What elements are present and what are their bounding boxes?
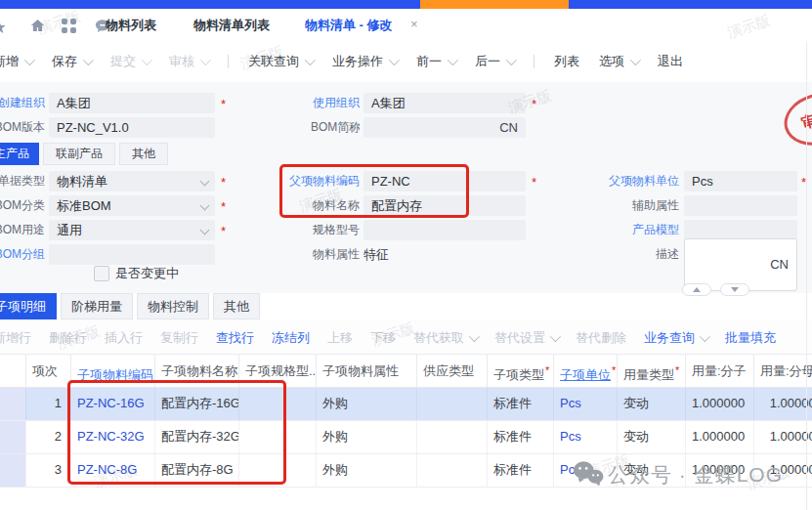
save-button[interactable]: 保存 bbox=[52, 53, 91, 70]
audit-button[interactable]: 审核 bbox=[169, 53, 208, 70]
chevron-down-icon bbox=[469, 331, 480, 342]
substitute-delete-button[interactable]: 替代删除 bbox=[576, 329, 626, 347]
child-unit-link[interactable]: Pcs bbox=[553, 421, 617, 453]
child-code-link[interactable]: PZ-NC-32G bbox=[70, 421, 154, 453]
material-name-field[interactable]: 配置内存 bbox=[363, 195, 526, 216]
description-label: 描述 bbox=[584, 244, 679, 265]
tab-bom-list[interactable]: 物料清单列表 bbox=[193, 17, 270, 34]
chevron-down-icon bbox=[506, 55, 517, 65]
new-button[interactable]: 新增 bbox=[0, 53, 32, 70]
col-child-name[interactable]: 子项物料名称 bbox=[154, 355, 238, 387]
business-query-button[interactable]: 业务查询 bbox=[644, 329, 707, 347]
next-button[interactable]: 后一 bbox=[475, 53, 514, 70]
col-supply-type[interactable]: 供应类型 bbox=[416, 355, 487, 387]
batch-fill-button[interactable]: 批量填充 bbox=[725, 329, 776, 347]
bom-use-select[interactable]: 通用 bbox=[49, 220, 215, 240]
find-row-button[interactable]: 查找行 bbox=[216, 329, 254, 347]
chevron-down-icon bbox=[24, 55, 35, 65]
product-model-label[interactable]: 产品模型 bbox=[584, 220, 679, 240]
spec-field[interactable] bbox=[363, 220, 526, 240]
chevron-down-icon bbox=[200, 55, 211, 65]
orange-progress-segment bbox=[420, 0, 569, 9]
chevron-down-icon bbox=[142, 55, 152, 65]
col-usage-type[interactable]: 用量类型* bbox=[617, 355, 685, 387]
child-unit-link[interactable]: Pcs bbox=[553, 388, 617, 420]
aux-attr-field[interactable] bbox=[684, 195, 797, 216]
wechat-icon bbox=[572, 459, 605, 492]
doc-type-select[interactable]: 物料清单 bbox=[49, 171, 215, 191]
changing-checkbox-label: 是否变更中 bbox=[115, 263, 179, 283]
parent-code-label[interactable]: 父项物料编码 bbox=[264, 171, 360, 191]
parent-unit-label[interactable]: 父项物料单位 bbox=[584, 171, 679, 191]
table-row[interactable]: 2 PZ-NC-32G 配置内存-32G 外购 标准件 Pcs 变动 1.000… bbox=[0, 421, 812, 454]
tab-main-product[interactable]: 主产品 bbox=[0, 143, 39, 165]
col-child-code[interactable]: 子项物料编码* bbox=[70, 355, 154, 387]
tab-detail-other[interactable]: 其他 bbox=[213, 293, 260, 319]
toolbar-divider bbox=[228, 55, 229, 68]
chevron-down-icon bbox=[630, 55, 641, 65]
toolbar-divider bbox=[534, 55, 534, 68]
close-tab-icon[interactable]: × bbox=[410, 17, 418, 31]
exit-button[interactable]: 退出 bbox=[658, 53, 683, 70]
substitute-set-button[interactable]: 替代设置 bbox=[494, 329, 558, 347]
bom-group-field[interactable] bbox=[49, 244, 215, 265]
table-row[interactable]: 1 PZ-NC-16G 配置内存-16G 外购 标准件 Pcs 变动 1.000… bbox=[0, 388, 812, 421]
chevron-down-icon bbox=[200, 226, 210, 235]
tab-product-other[interactable]: 其他 bbox=[119, 143, 168, 165]
triangle-down-icon bbox=[731, 287, 739, 292]
row-select-cell[interactable] bbox=[0, 388, 25, 420]
child-code-link[interactable]: PZ-NC-16G bbox=[70, 388, 154, 420]
triangle-up-icon bbox=[693, 287, 701, 292]
col-child-attr[interactable]: 子项物料属性 bbox=[316, 355, 416, 387]
collapse-up-button[interactable] bbox=[682, 283, 711, 296]
tab-bom-edit-active[interactable]: 物料清单 - 修改 bbox=[305, 17, 393, 34]
freeze-column-button[interactable]: 冻结列 bbox=[272, 329, 310, 347]
add-row-button[interactable]: 新增行 bbox=[0, 329, 31, 347]
substitute-get-button[interactable]: 替代获取 bbox=[413, 329, 477, 347]
bom-short-field[interactable]: CN bbox=[363, 117, 526, 138]
list-button[interactable]: 列表 bbox=[554, 53, 579, 70]
tab-material-list[interactable]: 物料列表 bbox=[106, 17, 156, 34]
app-window: 物料列表 物料清单列表 物料清单 - 修改 × 新增 保存 提交 审核 关联查询… bbox=[0, 0, 812, 510]
top-title-strip bbox=[0, 0, 812, 9]
col-child-spec[interactable]: 子项规格型... bbox=[238, 355, 316, 387]
chevron-down-icon bbox=[200, 201, 210, 211]
bom-category-select[interactable]: 标准BOM bbox=[49, 195, 215, 216]
parent-code-field[interactable]: PZ-NC bbox=[363, 171, 526, 191]
col-usage-denominator[interactable]: 用量:分母 bbox=[753, 355, 812, 387]
move-up-button[interactable]: 上移 bbox=[327, 329, 353, 347]
submit-button[interactable]: 提交 bbox=[110, 53, 150, 70]
required-mark: * bbox=[221, 171, 226, 191]
use-org-label[interactable]: 使用组织 bbox=[311, 93, 360, 113]
options-button[interactable]: 选项 bbox=[599, 53, 638, 70]
col-seq[interactable]: 项次 bbox=[25, 355, 70, 387]
tab-co-product[interactable]: 联副产品 bbox=[43, 143, 115, 165]
row-select-cell[interactable] bbox=[0, 421, 25, 453]
chevron-down-icon bbox=[700, 331, 710, 342]
use-org-field[interactable]: A集团 bbox=[363, 93, 526, 113]
col-child-unit[interactable]: 子项单位* bbox=[553, 355, 617, 387]
business-operation-button[interactable]: 业务操作 bbox=[332, 53, 397, 70]
bom-version-field[interactable]: PZ-NC_V1.0 bbox=[49, 117, 215, 138]
tab-step-usage[interactable]: 阶梯用量 bbox=[61, 293, 133, 319]
changing-checkbox[interactable] bbox=[94, 266, 109, 281]
tab-child-detail[interactable]: 子项明细 bbox=[0, 293, 57, 319]
required-mark: * bbox=[221, 220, 226, 240]
favorite-star-icon[interactable] bbox=[0, 20, 7, 39]
previous-button[interactable]: 前一 bbox=[416, 53, 455, 70]
row-select-cell[interactable] bbox=[0, 454, 25, 487]
insert-row-button[interactable]: 插入行 bbox=[105, 329, 143, 347]
parent-unit-field[interactable]: Pcs bbox=[684, 171, 797, 191]
col-usage-numerator[interactable]: 用量:分子 bbox=[685, 355, 753, 387]
product-model-field[interactable] bbox=[684, 220, 797, 240]
copy-row-button[interactable]: 复制行 bbox=[160, 329, 198, 347]
chevron-down-icon bbox=[305, 55, 316, 65]
create-org-label[interactable]: 创建组织 bbox=[0, 93, 45, 113]
locale-badge: CN bbox=[770, 257, 789, 272]
col-child-type[interactable]: 子项类型* bbox=[487, 355, 553, 387]
tab-material-control[interactable]: 物料控制 bbox=[137, 293, 209, 319]
collapse-down-button[interactable] bbox=[720, 283, 749, 296]
create-org-field[interactable]: A集团 bbox=[49, 93, 215, 113]
main-toolbar: 新增 保存 提交 审核 关联查询 业务操作 前一 后一 列表 选项 退出 bbox=[0, 41, 812, 83]
bom-group-label[interactable]: BOM分组 bbox=[0, 244, 45, 265]
